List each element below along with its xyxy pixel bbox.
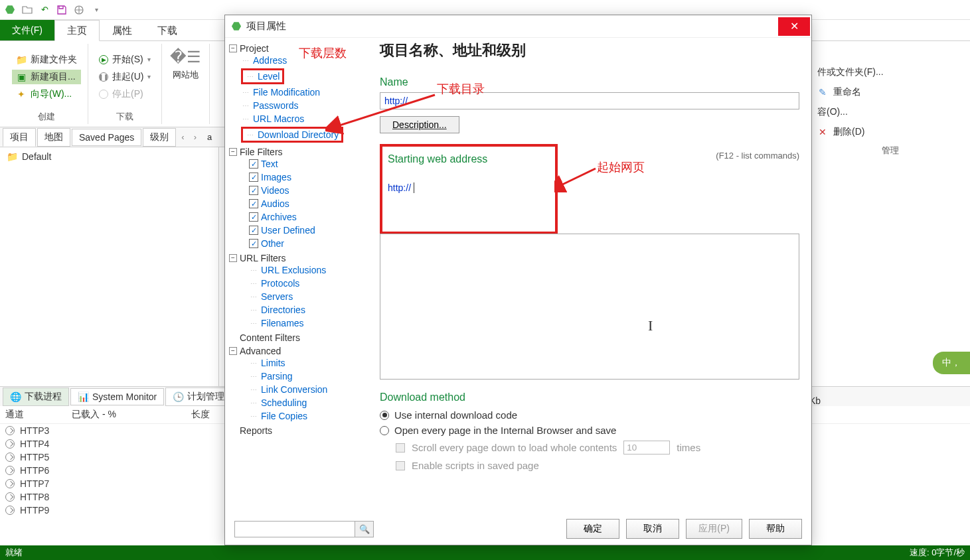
node-archives[interactable]: Archives [261, 212, 297, 222]
tab-properties[interactable]: 属性 [100, 20, 145, 40]
project-plus-icon: ▣ [16, 72, 27, 82]
node-servers[interactable]: Servers [261, 291, 293, 302]
start-label: 开始(S) [112, 54, 143, 66]
node-url-filters[interactable]: URL Filters [240, 253, 286, 263]
new-folder-button[interactable]: 📁新建文件夹 [12, 52, 81, 67]
collapse-icon[interactable]: − [229, 44, 237, 52]
tab-download[interactable]: 下载 [145, 20, 190, 40]
file-tab[interactable]: 文件(F) [0, 20, 54, 40]
file-or-folder-button[interactable]: 件或文件夹(F)... [811, 62, 970, 82]
save-icon[interactable] [56, 4, 68, 16]
node-level[interactable]: Level [258, 71, 280, 82]
node-scheduling[interactable]: Scheduling [261, 397, 307, 408]
node-filenames[interactable]: Filenames [261, 318, 304, 328]
scroll-right-icon[interactable]: › [190, 132, 201, 142]
settings-tree[interactable]: − Project ⋯Address ⋯Level ⋯File Modifica… [225, 38, 368, 513]
dropdown-icon[interactable]: ▾ [90, 4, 102, 16]
opt-scripts-label: Enable scripts in saved page [412, 460, 539, 471]
node-images[interactable]: Images [261, 172, 291, 182]
delete-button[interactable]: ✕删除(D) [811, 122, 970, 142]
stop-button: 停止(P) [95, 87, 155, 102]
node-directories[interactable]: Directories [261, 305, 305, 315]
checkbox-icon[interactable]: ✓ [249, 173, 258, 182]
checkbox-icon[interactable]: ✓ [249, 199, 258, 208]
checkbox-icon[interactable]: ✓ [249, 226, 258, 235]
node-user-defined[interactable]: User Defined [261, 225, 315, 236]
node-file-modification[interactable]: File Modification [253, 87, 320, 98]
cancel-button[interactable]: 取消 [626, 519, 679, 539]
start-button[interactable]: ▶开始(S) ▾ [95, 52, 155, 67]
suspend-button[interactable]: ❚❚挂起(U) ▾ [95, 70, 155, 84]
subtab-map[interactable]: 地图 [37, 128, 70, 147]
new-project-button[interactable]: ▣新建项目... [12, 70, 81, 84]
panel-heading: 项目名称、地址和级别 [380, 40, 799, 60]
search-button[interactable]: 🔍 [355, 522, 373, 537]
help-button[interactable]: 帮助 [749, 519, 802, 539]
pause-icon: ❚❚ [99, 72, 108, 82]
group-create: 📁新建文件夹 ▣新建项目... ✦向导(W)... 创建 [5, 44, 88, 124]
project-tree[interactable]: 📁 Default [0, 147, 219, 386]
radio-icon [380, 426, 389, 435]
starting-address-textarea[interactable] [380, 234, 799, 380]
channel-name: HTTP9 [20, 505, 49, 516]
progress-label: 下载进程 [25, 391, 62, 403]
subtab-level[interactable]: 级别 [143, 128, 176, 147]
scroll-left-icon[interactable]: ‹ [177, 132, 188, 142]
collapse-icon[interactable]: − [229, 148, 237, 156]
radio-internal[interactable]: Use internal download code [380, 407, 799, 423]
channel-icon [5, 453, 15, 462]
site-map-button[interactable]: �☰ 网站地 [169, 44, 202, 84]
node-url-macros[interactable]: URL Macros [253, 113, 304, 124]
node-advanced[interactable]: Advanced [240, 346, 281, 356]
checkbox-icon[interactable]: ✓ [249, 159, 258, 169]
node-protocols[interactable]: Protocols [261, 278, 299, 289]
checkbox-icon[interactable]: ✓ [249, 186, 258, 195]
node-content-filters[interactable]: Content Filters [240, 332, 300, 343]
contents-button[interactable]: 容(O)... [811, 102, 970, 122]
node-url-exclusions[interactable]: URL Exclusions [261, 265, 326, 275]
tree-root[interactable]: 📁 Default [3, 150, 216, 163]
rename-button[interactable]: ✎重命名 [811, 82, 970, 102]
node-text[interactable]: Text [261, 159, 278, 169]
ime-indicator[interactable]: 中， [933, 352, 970, 374]
node-videos[interactable]: Videos [261, 185, 289, 196]
checkbox-icon[interactable]: ✓ [249, 239, 258, 248]
dialog-titlebar[interactable]: 项目属性 ✕ [225, 15, 811, 38]
undo-icon[interactable]: ↶ [39, 4, 50, 16]
node-address[interactable]: Address [253, 55, 287, 66]
wizard-button[interactable]: ✦向导(W)... [12, 87, 81, 102]
radio-browser[interactable]: Open every page in the Internal Browser … [380, 423, 799, 438]
node-other[interactable]: Other [261, 238, 284, 249]
node-parsing[interactable]: Parsing [261, 371, 292, 382]
open-icon[interactable] [21, 4, 33, 16]
description-button[interactable]: Description... [380, 116, 459, 133]
tree-search[interactable]: 🔍 [234, 521, 374, 537]
subtab-saved-pages[interactable]: Saved Pages [72, 129, 141, 146]
node-audios[interactable]: Audios [261, 198, 289, 209]
file-or-folder-label: 件或文件夹(F)... [817, 66, 884, 78]
browser-icon[interactable] [73, 4, 85, 16]
node-project[interactable]: Project [240, 43, 269, 54]
node-reports[interactable]: Reports [240, 425, 272, 436]
apply-button[interactable]: 应用(P) [686, 519, 742, 539]
tab-download-progress[interactable]: 🌐下载进程 [3, 387, 69, 406]
status-bar: 就绪 速度: 0字节/秒 [0, 545, 970, 560]
checkbox-icon[interactable]: ✓ [249, 212, 258, 222]
tab-home[interactable]: 主页 [54, 20, 100, 41]
node-file-copies[interactable]: File Copies [261, 411, 307, 421]
subtab-project[interactable]: 项目 [3, 128, 36, 147]
ok-button[interactable]: 确定 [566, 519, 619, 539]
radio-icon [380, 411, 389, 420]
name-input[interactable] [380, 92, 799, 109]
node-download-directory[interactable]: Download Directory [258, 129, 339, 140]
tab-system-monitor[interactable]: 📊System Monitor [70, 388, 164, 405]
close-button[interactable]: ✕ [778, 17, 810, 36]
node-passwords[interactable]: Passwords [253, 100, 298, 111]
collapse-icon[interactable]: − [229, 347, 237, 355]
node-file-filters[interactable]: File Filters [240, 147, 283, 157]
node-limits[interactable]: Limits [261, 358, 285, 368]
node-link-conversion[interactable]: Link Conversion [261, 384, 327, 395]
search-input[interactable] [235, 522, 355, 537]
channel-name: HTTP6 [20, 465, 49, 476]
collapse-icon[interactable]: − [229, 254, 237, 262]
